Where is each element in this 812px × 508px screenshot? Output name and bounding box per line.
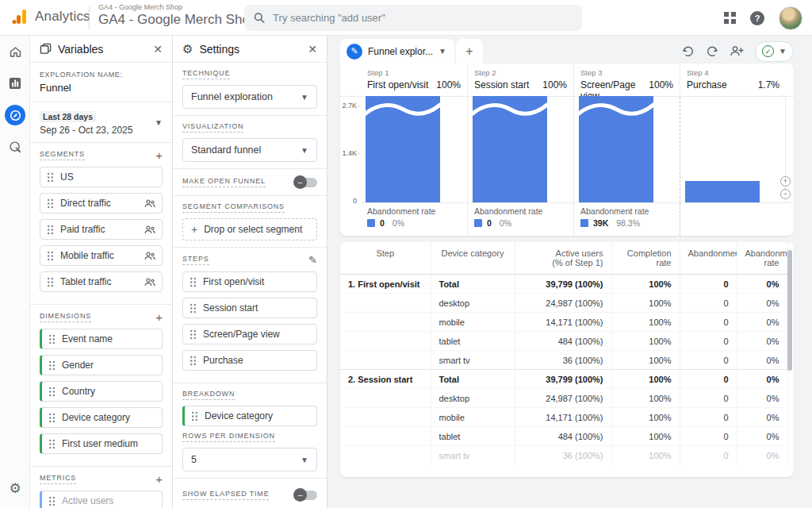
funnel-bar[interactable] bbox=[685, 181, 760, 202]
table-cell: 14,171 (100%) bbox=[515, 313, 611, 332]
funnel-step-header[interactable]: Step 1First open/visit100% bbox=[361, 64, 467, 96]
analytics-logo[interactable]: Analytics bbox=[11, 8, 90, 25]
table-row: 1. First open/visitTotal39,799 (100%)100… bbox=[340, 275, 787, 294]
drag-handle-icon bbox=[47, 198, 54, 209]
segment-chip[interactable]: Tablet traffic bbox=[40, 271, 163, 292]
header-line1: Device category bbox=[439, 248, 507, 258]
nav-home-icon[interactable] bbox=[0, 36, 30, 67]
table-cell: 0% bbox=[737, 427, 787, 446]
table-column-header[interactable]: Abandonmentrate bbox=[737, 242, 787, 275]
dimensions-list: Event nameGenderCountryDevice categoryFi… bbox=[40, 329, 163, 454]
segment-drop-zone[interactable]: + Drop or select segment bbox=[182, 218, 317, 241]
segment-chip[interactable]: Paid traffic bbox=[40, 219, 163, 240]
funnel-bar[interactable] bbox=[366, 96, 440, 202]
people-icon bbox=[144, 252, 155, 260]
date-range-picker[interactable]: Last 28 days Sep 26 - Oct 23, 2025 ▼ bbox=[30, 102, 172, 143]
metric-chip[interactable]: Active users bbox=[40, 491, 163, 508]
avatar[interactable] bbox=[779, 6, 802, 30]
table-cell bbox=[340, 313, 431, 332]
search-input[interactable] bbox=[273, 12, 573, 24]
funnel-step-header[interactable]: Step 2Session start100% bbox=[467, 64, 573, 96]
funnel-step-header[interactable]: Step 3Screen/Page view100% bbox=[573, 64, 680, 96]
tab-funnel-exploration[interactable]: ✎ Funnel explor... ▼ bbox=[340, 39, 454, 64]
step-chip[interactable]: Screen/Page view bbox=[182, 324, 317, 344]
undo-icon[interactable] bbox=[682, 46, 695, 57]
table-cell bbox=[340, 389, 431, 408]
funnel-data-table: StepDevice categoryActive users(% of Ste… bbox=[340, 242, 788, 465]
funnel-step-header[interactable]: Step 4Purchase1.7% bbox=[680, 64, 786, 96]
table-cell: 0 bbox=[680, 408, 737, 427]
step-chip[interactable]: First open/visit bbox=[182, 271, 317, 292]
table-cell bbox=[340, 294, 431, 313]
edit-steps-icon[interactable]: ✎ bbox=[308, 254, 317, 266]
table-row: smart tv36 (100%)100%00% bbox=[340, 446, 787, 465]
breakdown-chip[interactable]: Device category bbox=[182, 406, 317, 426]
technique-dropdown[interactable]: Funnel exploration ▼ bbox=[182, 85, 317, 109]
table-cell: 0% bbox=[737, 370, 787, 389]
step-number: Step 4 bbox=[687, 68, 779, 77]
table-cell: 100% bbox=[611, 294, 680, 313]
table-cell: tablet bbox=[431, 427, 515, 446]
steps-list: First open/visitSession startScreen/Page… bbox=[182, 271, 317, 371]
table-row: tablet484 (100%)100%00% bbox=[340, 332, 787, 351]
zoom-in-icon[interactable]: + bbox=[780, 176, 791, 187]
redo-icon[interactable] bbox=[706, 46, 718, 57]
table-cell: 100% bbox=[611, 275, 680, 294]
table-row: 2. Session startTotal39,799 (100%)100%00… bbox=[340, 370, 787, 389]
dimension-chip[interactable]: Gender bbox=[40, 355, 163, 375]
table-column-header[interactable]: Step bbox=[340, 242, 431, 275]
add-metric-button[interactable]: + bbox=[155, 473, 163, 485]
table-scrollbar[interactable] bbox=[787, 250, 792, 371]
breadcrumb[interactable]: GA4 - Google Merch Shop GA4 - Google Mer… bbox=[98, 3, 257, 28]
table-column-header[interactable]: Completionrate bbox=[611, 242, 680, 275]
help-icon[interactable]: ? bbox=[750, 11, 764, 25]
visualization-dropdown[interactable]: Standard funnel ▼ bbox=[182, 138, 317, 162]
exploration-name-value[interactable]: Funnel bbox=[40, 82, 163, 94]
table-cell: desktop bbox=[431, 294, 515, 313]
share-user-icon[interactable] bbox=[730, 45, 744, 57]
make-open-funnel-toggle[interactable]: – bbox=[295, 178, 317, 187]
table-column-header[interactable]: Abandonmen... bbox=[680, 242, 737, 275]
step-chip[interactable]: Purchase bbox=[182, 350, 317, 371]
segment-chip[interactable]: Mobile traffic bbox=[40, 245, 163, 266]
status-ok-button[interactable]: ✓ ▼ bbox=[755, 41, 794, 62]
table-column-header[interactable]: Active users(% of Step 1) bbox=[515, 242, 611, 275]
dimension-chip[interactable]: Device category bbox=[40, 407, 163, 428]
funnel-bar[interactable] bbox=[579, 96, 653, 202]
rows-per-dimension-dropdown[interactable]: 5 ▼ bbox=[182, 448, 317, 471]
segment-chip[interactable]: Direct traffic bbox=[40, 193, 163, 214]
add-segment-button[interactable]: + bbox=[155, 149, 163, 161]
apps-grid-icon[interactable] bbox=[724, 12, 736, 24]
dimension-chip[interactable]: First user medium bbox=[40, 433, 163, 454]
admin-gear-icon[interactable]: ⚙ bbox=[0, 480, 30, 497]
step-chip[interactable]: Session start bbox=[182, 298, 317, 318]
close-icon[interactable]: ✕ bbox=[308, 43, 317, 56]
abandonment-row: Abandonment rate00%Abandonment rate00%Ab… bbox=[340, 203, 794, 236]
drag-handle-icon bbox=[47, 277, 54, 287]
add-tab-button[interactable]: + bbox=[456, 39, 483, 64]
close-icon[interactable]: ✕ bbox=[153, 43, 163, 56]
nav-explore-icon[interactable] bbox=[0, 99, 30, 131]
show-elapsed-time-toggle[interactable]: – bbox=[295, 491, 317, 500]
table-cell: 100% bbox=[611, 313, 680, 332]
technique-value: Funnel exploration bbox=[191, 91, 273, 102]
metrics-list: Active usersEvent count bbox=[40, 491, 163, 508]
dimension-chip[interactable]: Country bbox=[40, 381, 163, 402]
table-cell: 100% bbox=[611, 427, 680, 446]
funnel-bar[interactable] bbox=[473, 96, 547, 202]
nav-reports-icon[interactable] bbox=[0, 67, 30, 99]
search-bar[interactable] bbox=[244, 5, 582, 31]
y-axis-label: 1.4K bbox=[341, 149, 357, 157]
table-cell: 2. Session start bbox=[340, 370, 431, 389]
segment-chip-label: Tablet traffic bbox=[60, 276, 138, 287]
table-column-header[interactable]: Device category bbox=[431, 242, 515, 275]
table-row: desktop24,987 (100%)100%00% bbox=[340, 389, 787, 408]
add-dimension-button[interactable]: + bbox=[155, 311, 163, 323]
exploration-canvas: ✎ Funnel explor... ▼ + ✓ ▼ bbox=[327, 36, 812, 508]
nav-advertising-icon[interactable] bbox=[0, 131, 30, 163]
segment-chip[interactable]: US bbox=[40, 167, 163, 187]
dimension-chip[interactable]: Event name bbox=[40, 329, 163, 349]
technique-label: TECHNIQUE bbox=[182, 69, 230, 79]
zoom-out-icon[interactable]: − bbox=[780, 189, 791, 199]
funnel-column bbox=[361, 97, 467, 202]
